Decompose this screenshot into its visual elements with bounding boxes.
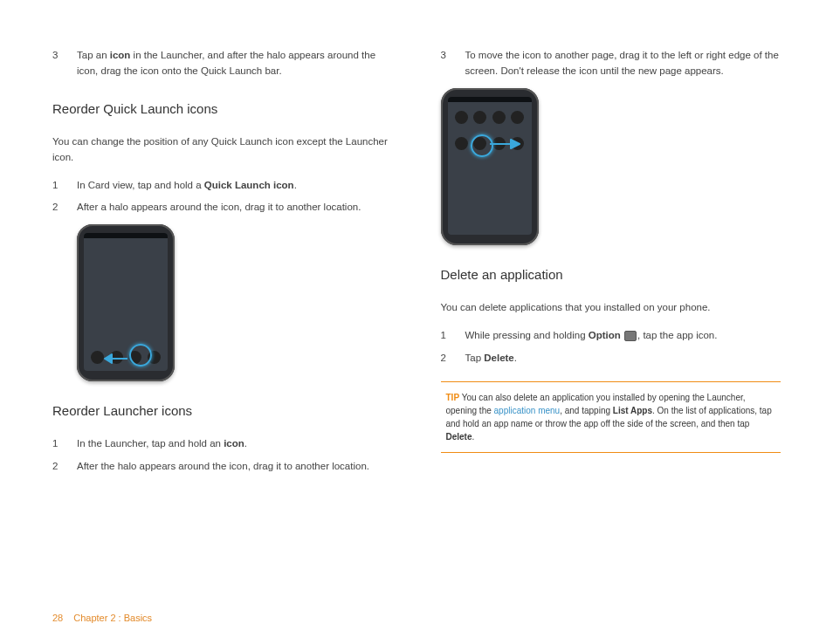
heading-reorder-launcher: Reorder Launcher icons bbox=[52, 401, 393, 421]
phone-illustration-launcher bbox=[441, 88, 781, 245]
app-icon-dot bbox=[511, 111, 524, 124]
step-number: 2 bbox=[52, 200, 77, 216]
d-step-2: 2 Tap Delete. bbox=[441, 351, 781, 367]
phone-screen bbox=[84, 233, 168, 371]
launcher-row bbox=[448, 111, 532, 124]
phone-body bbox=[441, 88, 539, 245]
rq-step-2: 2 After a halo appears around the icon, … bbox=[52, 200, 393, 216]
reorder-ql-intro: You can change the position of any Quick… bbox=[52, 134, 393, 166]
halo-indicator bbox=[129, 344, 152, 367]
step-number: 3 bbox=[441, 48, 465, 79]
d-step-1: 1 While pressing and holding Option , ta… bbox=[441, 328, 781, 344]
right-column: 3 To move the icon to another page, drag… bbox=[441, 48, 781, 644]
status-bar bbox=[448, 97, 532, 102]
step-number: 2 bbox=[441, 351, 465, 367]
step-number: 3 bbox=[52, 48, 77, 79]
heading-reorder-quick-launch: Reorder Quick Launch icons bbox=[52, 99, 393, 119]
app-icon-dot bbox=[492, 111, 506, 124]
app-icon-dot bbox=[91, 351, 104, 364]
delete-intro: You can delete applications that you ins… bbox=[441, 300, 781, 316]
phone-body bbox=[77, 224, 175, 381]
arrow-right-icon bbox=[490, 139, 521, 149]
page-number: 28 bbox=[52, 613, 63, 623]
option-key-icon bbox=[624, 331, 637, 341]
step-number: 1 bbox=[441, 328, 465, 344]
step-text: Tap an icon in the Launcher, and after t… bbox=[77, 48, 393, 79]
rl-step-1: 1 In the Launcher, tap and hold an icon. bbox=[52, 436, 393, 452]
tip-label: TIP bbox=[446, 393, 460, 402]
heading-delete-app: Delete an application bbox=[441, 264, 781, 284]
left-step-3: 3 Tap an icon in the Launcher, and after… bbox=[52, 48, 393, 79]
tip-box: TIP You can also delete an application y… bbox=[441, 381, 781, 453]
step-text: To move the icon to another page, drag i… bbox=[465, 48, 781, 79]
left-column: 3 Tap an icon in the Launcher, and after… bbox=[52, 48, 393, 644]
rq-step-1: 1 In Card view, tap and hold a Quick Lau… bbox=[52, 178, 393, 194]
step-text: After the halo appears around the icon, … bbox=[77, 459, 393, 475]
application-menu-link[interactable]: application menu bbox=[494, 406, 561, 415]
arrow-left-icon bbox=[103, 353, 127, 364]
right-step-3: 3 To move the icon to another page, drag… bbox=[441, 48, 781, 79]
step-text: While pressing and holding Option , tap … bbox=[465, 328, 781, 344]
step-number: 1 bbox=[52, 178, 77, 194]
rl-step-2: 2 After the halo appears around the icon… bbox=[52, 459, 393, 475]
step-text: In Card view, tap and hold a Quick Launc… bbox=[77, 178, 393, 194]
chapter-label: Chapter 2 : Basics bbox=[73, 613, 152, 623]
app-icon-dot bbox=[455, 111, 468, 124]
status-bar bbox=[84, 233, 168, 238]
step-text: In the Launcher, tap and hold an icon. bbox=[77, 436, 393, 452]
page-footer: 28Chapter 2 : Basics bbox=[52, 613, 152, 623]
step-text: After a halo appears around the icon, dr… bbox=[77, 200, 393, 216]
step-text: Tap Delete. bbox=[465, 351, 781, 367]
phone-illustration-quick-launch bbox=[77, 224, 393, 381]
app-icon-dot bbox=[473, 111, 486, 124]
phone-screen bbox=[448, 97, 532, 235]
app-icon-dot bbox=[455, 137, 468, 150]
step-number: 2 bbox=[52, 459, 77, 475]
step-number: 1 bbox=[52, 436, 77, 452]
